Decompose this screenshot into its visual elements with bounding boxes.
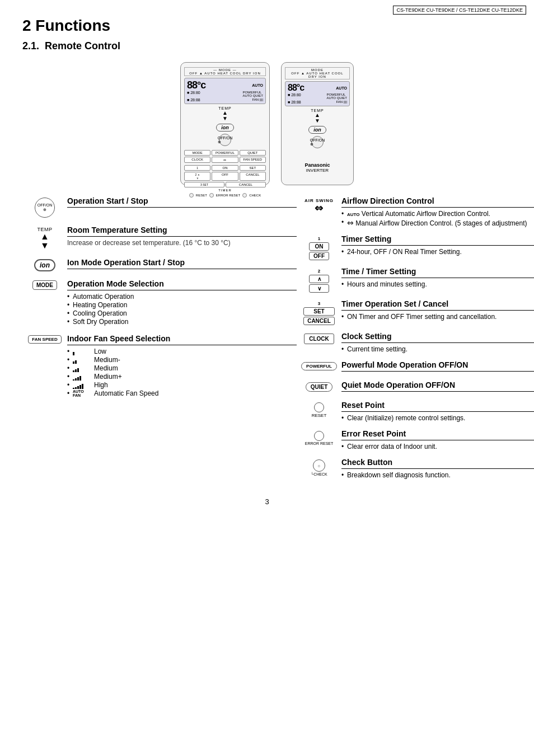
- func-room-temp: TEMP ▲ ▼ Room Temperature Setting Increa…: [22, 226, 297, 250]
- remote-right-mode-bar: MODEOFF ▲ AUTO HEAT COOL DRY ION: [285, 67, 350, 79]
- func-text-airflow: Airflow Direction Control AUTO Vertical …: [341, 196, 534, 228]
- mode-icon[interactable]: MODE: [32, 280, 57, 290]
- panasonic-label: Panasonic: [305, 162, 330, 168]
- section-title: 2.1. Remote Control: [22, 40, 512, 52]
- bar1: [73, 352, 74, 355]
- func-title-clock: Clock Setting: [341, 332, 534, 343]
- check-circle-btn[interactable]: ○: [313, 459, 325, 472]
- time-down-btn[interactable]: ∨: [309, 284, 329, 293]
- onoff-icon[interactable]: OFF/ON⊕: [35, 198, 55, 218]
- operation-mode-list: Automatic Operation Heating Operation Co…: [67, 293, 297, 326]
- remote-right-onoff-btn[interactable]: OFF/ON⊕: [311, 136, 324, 148]
- timer-op-icon-col: 3 SET CANCEL: [297, 299, 341, 325]
- model-header: CS-TE9DKE CU-TE9DKE / CS-TE12DKE CU-TE12…: [393, 6, 526, 15]
- bar3: [77, 377, 79, 381]
- remote-quiet-btn[interactable]: QUIET: [240, 150, 266, 156]
- timer-cancel-btn[interactable]: CANCEL: [303, 317, 335, 325]
- mode-auto: Automatic Operation: [67, 293, 297, 300]
- time-timer-desc: Hours and minutes setting.: [341, 280, 534, 288]
- fan-bars-mm: [73, 356, 88, 364]
- func-title-time-timer: Time / Timer Setting: [341, 267, 534, 278]
- remote-off-btn[interactable]: OFF: [212, 172, 238, 181]
- airflow-icon-col: AIR SWING ⇔: [297, 196, 341, 213]
- func-text-time-timer: Time / Timer Setting Hours and minutes s…: [341, 267, 534, 289]
- check-circle-inner: ○: [318, 464, 320, 468]
- remote-arrow-down[interactable]: ▼: [222, 116, 228, 121]
- time-timer-icon-col: 2 ∧ ∨: [297, 267, 341, 293]
- up-down-btns: ∧ ∨: [309, 275, 329, 293]
- remote-on-btn[interactable]: ON: [212, 165, 238, 171]
- bar4: [79, 376, 81, 381]
- func-title-operation-mode: Operation Mode Selection: [67, 279, 297, 290]
- timer-off-btn[interactable]: OFF: [309, 252, 329, 260]
- remote-onoff-btn[interactable]: OFF/ON⊕: [219, 134, 231, 146]
- func-icon-col-mode: MODE: [22, 279, 67, 290]
- error-reset-desc: Clear error data of Indoor unit.: [341, 443, 534, 450]
- airflow-auto: AUTO Vertical Automatic Airflow Directio…: [341, 210, 534, 218]
- remote-ion-btn[interactable]: ion: [216, 124, 234, 132]
- powerful-btn[interactable]: POWERFUL: [301, 362, 337, 370]
- func-title-fan-speed: Indoor Fan Speed Selection: [67, 334, 297, 345]
- timer-num1: 1: [309, 236, 329, 241]
- remote-error-reset-btn[interactable]: [209, 193, 214, 198]
- timer-op-stack: 3 SET CANCEL: [303, 301, 335, 325]
- temp-arrows-icon: TEMP ▲ ▼: [37, 227, 52, 250]
- func-title-quiet: Quiet Mode Operation OFF/ON: [341, 381, 534, 392]
- remote-cancel-btn[interactable]: CANCEL: [240, 172, 266, 181]
- temp-up-arrow: ▲: [40, 232, 49, 241]
- remote-right-arrow-down[interactable]: ▼: [315, 118, 320, 124]
- timer-op-list: ON Timer and OFF Timer setting and cance…: [341, 313, 534, 321]
- remote-fanspeed-btn[interactable]: FAN SPEED: [240, 157, 266, 163]
- clock-desc: Current time setting.: [341, 345, 534, 353]
- remote-sub-info: ■ 28:80POWERFULAUTO QUIET: [187, 91, 263, 97]
- func-text-error-reset: Error Reset Point Clear error data of In…: [341, 429, 534, 451]
- temp-down-arrow: ▼: [40, 241, 49, 250]
- fan-speed-medium-minus: Medium-: [67, 356, 297, 364]
- airflow-list: AUTO Vertical Automatic Airflow Directio…: [341, 210, 534, 227]
- fan-bars-low: [73, 348, 88, 355]
- timer-set-btn[interactable]: SET: [303, 307, 335, 316]
- func-text-timer: Timer Setting 24-hour, OFF / ON Real Tim…: [341, 234, 534, 256]
- fan-auto-text: AUTOFAN: [73, 389, 84, 397]
- ion-icon[interactable]: ion: [34, 259, 55, 271]
- remote-airswing-btn[interactable]: ⇔: [212, 157, 238, 163]
- main-layout: OFF/ON⊕ Operation Start / Stop TEMP ▲ ▼: [22, 196, 512, 486]
- remote-mode-btn[interactable]: MODE: [184, 150, 210, 156]
- clock-btn[interactable]: CLOCK: [304, 334, 334, 344]
- time-up-btn[interactable]: ∧: [309, 275, 329, 283]
- func-time-timer: 2 ∧ ∨ Time / Timer Setting Hours and min…: [297, 267, 534, 293]
- quiet-btn[interactable]: QUIET: [306, 382, 333, 392]
- remote-cancel2-btn[interactable]: CANCEL: [226, 182, 266, 187]
- airflow-manual: ⇔ Manual Airflow Direction Control. (5 s…: [341, 218, 534, 227]
- error-reset-circle-btn[interactable]: [314, 431, 324, 441]
- func-text-quiet: Quiet Mode Operation OFF/ON: [341, 381, 534, 394]
- func-title-powerful: Powerful Mode Operation OFF/ON: [341, 360, 534, 372]
- remote-set-btn[interactable]: SET: [240, 165, 266, 171]
- remote-check-btn[interactable]: [242, 193, 247, 198]
- func-text-ion-mode: Ion Mode Operation Start / Stop: [67, 258, 297, 271]
- reset-circle-btn[interactable]: [314, 402, 324, 412]
- fan-speed-icon[interactable]: FAN SPEED: [28, 335, 61, 344]
- remote-clock-btn[interactable]: CLOCK: [184, 157, 210, 163]
- timer-num2: 2: [309, 269, 329, 274]
- remote-powerful-btn[interactable]: POWERFUL: [212, 150, 238, 156]
- func-text-reset: Reset Point Clear (Initialize) remote co…: [341, 401, 534, 422]
- time-timer-stack: 2 ∧ ∨: [309, 269, 329, 293]
- error-reset-label: ERROR RESET: [305, 442, 334, 445]
- func-reset: RESET Reset Point Clear (Initialize) rem…: [297, 401, 534, 422]
- timer-on-btn[interactable]: ON: [309, 242, 329, 251]
- timer-num3: 3: [303, 301, 335, 306]
- reset-icon-group: RESET: [312, 402, 327, 418]
- mode-cool: Cooling Operation: [67, 309, 297, 317]
- check-desc: Breakdown self diagnosis function.: [341, 471, 534, 479]
- fan-label-high: High: [94, 381, 128, 389]
- remote-reset-btn[interactable]: [189, 193, 194, 198]
- clock-icon-col: CLOCK: [297, 332, 341, 344]
- remote-mode-bar: — MODE —OFF ▲ AUTO HEAT COOL DRY ION: [184, 67, 266, 76]
- fan-speed-medium-plus: Medium+: [67, 373, 297, 381]
- func-operation-mode: MODE Operation Mode Selection Automatic …: [22, 279, 297, 326]
- check-icon-col: ○ └CHECK: [297, 458, 341, 476]
- chapter-title: 2 Functions: [22, 17, 512, 35]
- right-column: AIR SWING ⇔ Airflow Direction Control AU…: [297, 196, 534, 486]
- remote-right-ion-btn[interactable]: ion: [308, 126, 326, 134]
